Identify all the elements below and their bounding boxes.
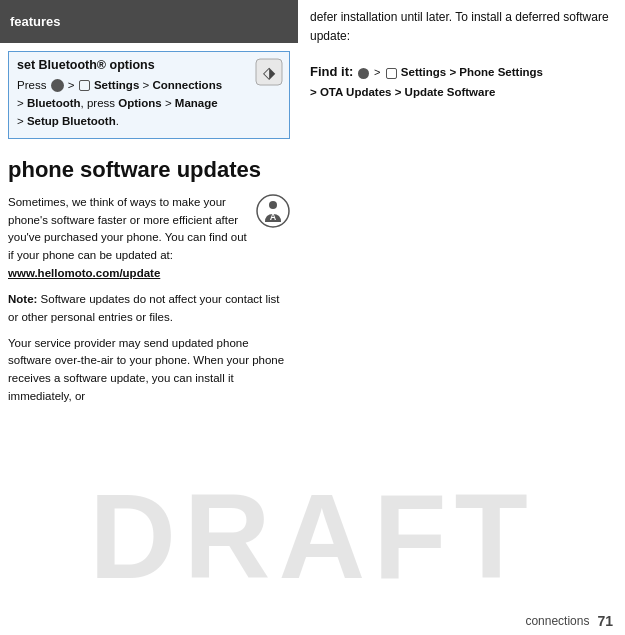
page-container: features set Bluetooth® options ⬗ Press … bbox=[0, 0, 625, 635]
find-it-section: Find it: > Settings > Phone Settings> OT… bbox=[310, 62, 613, 102]
press-label: Press bbox=[17, 79, 50, 91]
footer-connections-label: connections bbox=[525, 614, 589, 628]
features-header: features bbox=[0, 0, 298, 43]
bluetooth-text: > Bluetooth, press Options > Manage bbox=[17, 97, 218, 109]
bluetooth-box-body: Press > Settings > Connections > Bluetoo… bbox=[17, 77, 281, 130]
footer: connections 71 bbox=[0, 609, 625, 635]
svg-text:A: A bbox=[270, 212, 277, 222]
arrow-1: > bbox=[68, 79, 78, 91]
bluetooth-options-box: set Bluetooth® options ⬗ Press > Setting… bbox=[8, 51, 290, 139]
bluetooth-box-title: set Bluetooth® options bbox=[17, 58, 281, 72]
home-button-icon bbox=[51, 79, 64, 92]
find-it-label: Find it: bbox=[310, 64, 353, 79]
setup-bluetooth-text: > Setup Bluetooth. bbox=[17, 115, 119, 127]
phone-updates-paragraph3: Your service provider may send updated p… bbox=[8, 335, 290, 406]
left-column: features set Bluetooth® options ⬗ Press … bbox=[0, 0, 298, 635]
arr1: > bbox=[374, 66, 383, 78]
home-button-icon-2 bbox=[358, 68, 369, 79]
right-col-text: defer installation until later. To insta… bbox=[310, 8, 613, 46]
note-label: Note: bbox=[8, 293, 37, 305]
update-person-icon: A bbox=[256, 194, 290, 234]
features-label: features bbox=[10, 14, 61, 29]
phone-updates-section: phone software updates A S bbox=[0, 147, 298, 413]
phone-updates-body: A Sometimes, we think of ways to make yo… bbox=[8, 194, 290, 406]
settings-icon-2 bbox=[386, 68, 397, 79]
right-column: defer installation until later. To insta… bbox=[298, 0, 625, 635]
bluetooth-icon: ⬗ bbox=[255, 58, 283, 86]
footer-page-number: 71 bbox=[597, 613, 613, 629]
find-it-path-icon1: > bbox=[357, 65, 401, 79]
phone-updates-note: Note: Software updates do not affect you… bbox=[8, 291, 290, 327]
svg-point-2 bbox=[257, 195, 289, 227]
phone-updates-title: phone software updates bbox=[8, 157, 290, 183]
settings-connections-text: Settings > Connections bbox=[94, 79, 222, 91]
note-text: Software updates do not affect your cont… bbox=[8, 293, 279, 323]
svg-text:⬗: ⬗ bbox=[263, 64, 276, 81]
settings-icon bbox=[79, 80, 90, 91]
hellomoto-link[interactable]: www.hellomoto.com/update bbox=[8, 267, 160, 279]
svg-point-3 bbox=[269, 201, 277, 209]
phone-updates-paragraph1: Sometimes, we think of ways to make your… bbox=[8, 194, 290, 283]
